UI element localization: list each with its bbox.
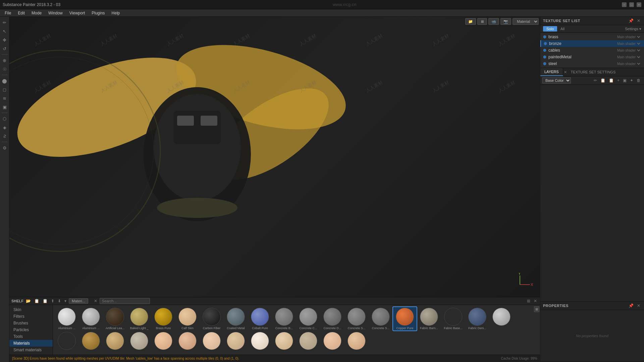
shelf-btn-3[interactable]: 📋 xyxy=(42,298,49,304)
texture-item-steel[interactable]: steel Main shader xyxy=(540,60,644,67)
tool-smudge[interactable]: ≋ xyxy=(1,95,8,102)
tool-polygon[interactable]: ⬡ xyxy=(1,115,8,122)
menu-mode[interactable]: Mode xyxy=(28,10,45,16)
menu-file[interactable]: File xyxy=(1,10,14,16)
channel-select[interactable]: Base Color xyxy=(542,77,571,83)
mat-r2-3[interactable] xyxy=(79,331,103,351)
shelf-cat-tools[interactable]: Tools xyxy=(9,333,53,340)
viewport-camera-btn[interactable]: 📹 xyxy=(488,18,499,25)
shader-select-paintedmetal[interactable]: Main shader xyxy=(616,55,641,59)
material-dropdown[interactable]: Material xyxy=(513,18,539,25)
layers-close-btn[interactable]: ✕ xyxy=(564,70,567,74)
mat-concrete-c[interactable]: Concrete C... xyxy=(297,307,320,330)
tsl-pin-btn[interactable]: 📌 xyxy=(628,18,635,23)
tool-eraser[interactable]: ◻ xyxy=(1,86,8,93)
shader-select-brass[interactable]: Main shader xyxy=(616,35,641,39)
mat-cobalt-pure[interactable]: Cobalt Pure xyxy=(248,307,272,330)
shelf-filter-button[interactable]: Materi... xyxy=(69,298,88,304)
shelf-cat-skin[interactable]: Skin xyxy=(9,306,53,313)
mat-coated-metal[interactable]: Coated Metal xyxy=(224,307,248,330)
mat-concrete-b[interactable]: Concrete B... xyxy=(272,307,296,330)
tool-paint[interactable]: ✏ xyxy=(1,19,8,26)
menu-edit[interactable]: Edit xyxy=(14,10,28,16)
shelf-maximize-btn[interactable]: ⊞ xyxy=(526,298,531,304)
tool-zoom[interactable]: ⊕ xyxy=(1,57,8,64)
mat-aluminium1[interactable]: Aluminium ... xyxy=(55,307,78,330)
tool-text[interactable]: Ꙅ xyxy=(1,132,8,140)
mat-artificial-lea[interactable]: Artificial Lea... xyxy=(103,307,127,330)
grid-view-button[interactable]: ⊞ xyxy=(534,306,539,312)
shader-select-steel[interactable]: Main shader xyxy=(616,62,641,66)
mat-fabric-base[interactable]: Fabric Base... xyxy=(441,307,465,330)
mat-fabric-deni[interactable]: Fabric Deni... xyxy=(466,307,489,330)
mat-fabric-barn[interactable]: Fabric Barn... xyxy=(417,307,441,330)
mat-concrete-d[interactable]: Concrete D... xyxy=(321,307,344,330)
shelf-cat-materials[interactable]: Materials xyxy=(9,340,53,347)
mat-r2-14[interactable] xyxy=(345,331,368,351)
tool-move[interactable]: ✥ xyxy=(1,36,8,44)
tool-color-picker[interactable]: ◈ xyxy=(1,124,8,131)
shelf-cat-brushes[interactable]: Brushes xyxy=(9,320,53,326)
mat-concrete-s2[interactable]: Concrete S... xyxy=(369,307,392,330)
mat-calf-skin[interactable]: Calf Skin xyxy=(176,307,199,330)
menu-help[interactable]: Help xyxy=(108,10,123,16)
mat-r2-6[interactable] xyxy=(152,331,175,351)
texture-item-bronze[interactable]: bronze Main shader xyxy=(540,40,644,47)
properties-close-btn[interactable]: ✕ xyxy=(636,303,641,308)
tss-tab[interactable]: TEXTURE SET SETTINGS xyxy=(567,68,620,76)
shelf-btn-export[interactable]: ⬇ xyxy=(57,298,62,304)
mat-r2-12[interactable] xyxy=(297,331,320,351)
shelf-cat-smart[interactable]: Smart materials xyxy=(9,347,53,353)
mat-r2-2[interactable] xyxy=(55,331,78,351)
shelf-x-btn[interactable]: ✕ xyxy=(93,298,98,304)
mat-r2-4[interactable] xyxy=(103,331,127,351)
shelf-cat-filters[interactable]: Filters xyxy=(9,313,53,320)
shelf-close-btn[interactable]: ✕ xyxy=(533,298,538,304)
maximize-button[interactable]: □ xyxy=(629,2,634,7)
texture-item-brass[interactable]: brass Main shader xyxy=(540,34,644,40)
layer-tool-paint[interactable]: ✏ xyxy=(592,77,598,83)
viewport[interactable]: 人人素材 人人素材 人人素材 人人素材 人人素材 人人素材 人人素材 人人素材 … xyxy=(9,17,540,297)
mat-r2-11[interactable] xyxy=(272,331,296,351)
tsl-tab-all[interactable]: All xyxy=(557,26,568,32)
layer-tool-mask[interactable]: ▣ xyxy=(622,77,628,83)
layers-tab[interactable]: LAYERS xyxy=(540,68,563,76)
viewport-render-btn[interactable]: 🖥 xyxy=(477,18,487,25)
shader-select-bronze[interactable]: Main shader xyxy=(616,42,641,46)
mat-r2-13[interactable] xyxy=(321,331,344,351)
layer-tool-add[interactable]: + xyxy=(616,77,621,83)
mat-brass[interactable]: Brass Pure xyxy=(152,307,175,330)
shelf-search-input[interactable] xyxy=(100,298,150,304)
mat-copper-pure[interactable]: Copper Pure xyxy=(393,307,417,330)
tool-select[interactable]: ↖ xyxy=(1,27,8,35)
menu-plugins[interactable]: Plugins xyxy=(88,10,108,16)
shelf-filter-icon[interactable]: ▾ xyxy=(63,298,67,304)
tsl-close-btn[interactable]: ✕ xyxy=(636,18,641,23)
texture-item-paintedmetal[interactable]: paintedMetal Main shader xyxy=(540,54,644,60)
menu-viewport[interactable]: Viewport xyxy=(66,10,88,16)
mat-r2-8[interactable] xyxy=(200,331,223,351)
mat-baked-light[interactable]: Baked Light _ xyxy=(127,307,151,330)
shader-select-cables[interactable]: Main shader xyxy=(616,48,641,53)
viewport-folder-btn[interactable]: 📁 xyxy=(465,18,476,25)
mat-r2-7[interactable] xyxy=(176,331,199,351)
tool-settings[interactable]: ⚙ xyxy=(1,144,8,152)
shelf-btn-import[interactable]: ⬆ xyxy=(50,298,55,304)
viewport-screenshot-btn[interactable]: 📷 xyxy=(500,18,511,25)
shelf-btn-1[interactable]: 📂 xyxy=(25,298,32,304)
texture-item-cables[interactable]: cables Main shader xyxy=(540,47,644,54)
mat-r2-9[interactable] xyxy=(224,331,248,351)
layer-tool-effect[interactable]: ✦ xyxy=(629,77,635,83)
layer-tool-copy[interactable]: 📋 xyxy=(599,77,607,83)
tsl-tab-solo[interactable]: Solo xyxy=(543,26,557,32)
tool-fill[interactable]: ▣ xyxy=(1,103,8,111)
close-button[interactable]: × xyxy=(637,2,641,7)
shelf-btn-2[interactable]: 📋 xyxy=(33,298,40,304)
layer-tool-paste[interactable]: 📋 xyxy=(607,77,615,83)
properties-pin-btn[interactable]: 📌 xyxy=(628,303,635,308)
mat-aluminium2[interactable]: Aluminium ... xyxy=(79,307,103,330)
mat-r2-1[interactable] xyxy=(490,307,513,330)
mat-concrete-s1[interactable]: Concrete S... xyxy=(345,307,368,330)
minimize-button[interactable]: − xyxy=(622,2,627,7)
menu-window[interactable]: Window xyxy=(45,10,66,16)
